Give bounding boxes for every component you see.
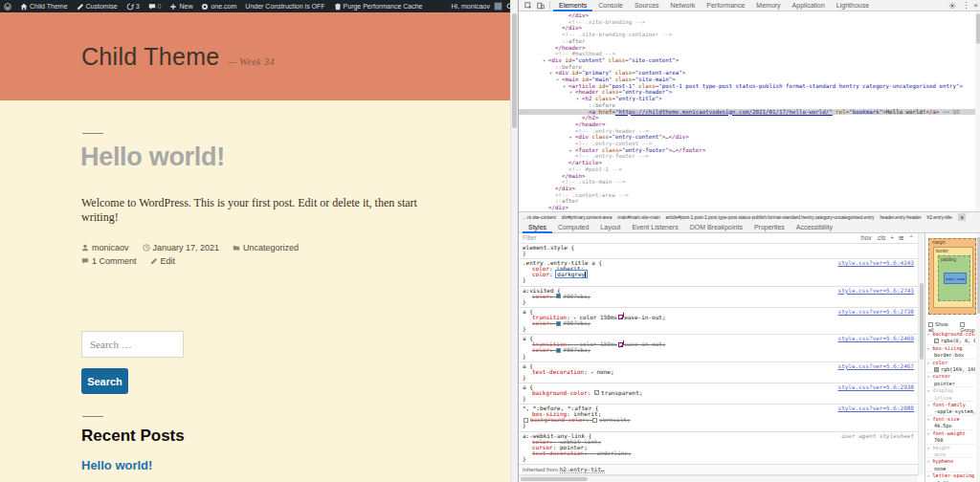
computed-property[interactable]: ▸ font-family-apple-system, Bli… [925,402,975,416]
styles-scrollbar-thumb[interactable] [920,283,924,360]
color-swatch[interactable] [556,294,561,298]
styles-tab-layout[interactable]: Layout [594,222,626,233]
dom-tree-line[interactable]: <!-- .entry-footer --> [519,153,975,160]
dom-tree-line[interactable]: ::before [519,102,975,109]
page-scrollbar[interactable] [510,0,518,482]
stylesheet-source-link[interactable]: style.css?ver=5.6:2938 [833,384,914,390]
admin-bar-item[interactable]: Customise [77,3,118,11]
styles-horizontal-scrollbar-thumb[interactable] [521,477,588,481]
styles-filter-control[interactable]: + [890,235,894,241]
dom-tree-line[interactable]: </main> [519,173,975,180]
styles-tab-dom-breakpoints[interactable]: DOM Breakpoints [684,222,748,233]
tab-performance[interactable]: Performance [701,0,750,11]
post-meta-item[interactable]: Edit [150,256,176,266]
styles-filter-input[interactable]: Filter [523,235,536,241]
dom-tree-line[interactable]: <!-- .entry-content --> [519,141,975,147]
post-title[interactable]: Hello world! [80,142,225,172]
styles-filter-control[interactable]: .cls [877,235,886,241]
breadcrumb-item[interactable]: …nt.site-content [523,214,556,220]
inspect-element-icon[interactable] [522,0,534,11]
dom-tree-line[interactable]: </div> [519,12,975,19]
dom-tree-line[interactable]: ▸<div class="entry-content">…</div> [519,134,975,141]
computed-property[interactable]: ▸ letter-spacing-0.99px [925,472,975,482]
stylesheet-source-link[interactable]: style.css?ver=5.6:4243 [833,260,914,266]
styles-scrollbar[interactable] [918,233,924,475]
stylesheet-source-link[interactable]: style.css?ver=5.6:2743 [833,288,914,294]
styles-tab-event-listeners[interactable]: Event Listeners [626,222,683,233]
stylesheet-source-link[interactable]: style.css?ver=5.6:2467 [833,363,914,369]
styles-tab-computed[interactable]: Computed [552,222,594,233]
tab-memory[interactable]: Memory [750,0,786,11]
dom-tree-line[interactable]: ▾<main id="main" class="site-main"> [519,77,975,83]
dom-tree-line[interactable]: <!-- .site-main --> [519,179,975,186]
css-selector[interactable]: element.style { [523,245,574,251]
checkbox-icon[interactable] [960,322,965,327]
computed-property[interactable]: ▸ colorrgb(169, 169, 16… [925,360,975,374]
color-swatch[interactable] [934,367,939,372]
close-icon[interactable]: × [973,1,978,10]
admin-greeting[interactable]: Hi, monicaov [452,3,490,10]
more-actions-icon[interactable]: ··· [520,109,526,116]
breadcrumb-item[interactable]: article#post-1.post-1.post.type-post.sta… [666,214,875,220]
avatar[interactable] [494,2,502,11]
dom-tree-line[interactable]: <!-- .site-branding-container --> [519,32,975,38]
dom-tree-line[interactable]: ▾<div id="content" class="site-content"> [519,57,975,64]
stylesheet-source-link[interactable]: user agent stylesheet [835,433,914,439]
gear-icon[interactable] [946,0,958,11]
device-toolbar-icon[interactable] [534,0,546,11]
admin-bar-item[interactable]: one.com [201,3,236,11]
computed-property[interactable]: ▸ hyphensnone [925,458,975,472]
dom-tree-line[interactable]: ▾<h2 class="entry-title"> [519,96,975,102]
elements-scrollbar[interactable] [975,11,980,211]
dom-tree-line[interactable]: <!-- .entry-header --> [519,128,975,135]
dom-tree-line[interactable]: </div> [519,25,975,32]
page-scrollbar-thumb[interactable] [512,13,517,128]
post-meta-item[interactable]: Uncategorized [233,243,299,252]
styles-filter-control[interactable]: :hov [859,235,871,241]
admin-bar-item[interactable]: 0 [148,3,162,11]
dom-tree-line[interactable]: </div> [519,186,975,192]
site-title[interactable]: Child Theme [81,43,220,71]
post-meta-item[interactable]: January 17, 2021 [143,243,220,252]
dom-tree-line[interactable]: </article> [519,160,975,166]
color-swatch[interactable] [934,339,939,343]
color-swatch[interactable] [556,321,561,326]
value-edit-box[interactable]: darkgrey [556,271,587,277]
admin-bar-item[interactable] [4,3,11,11]
dom-tree-line[interactable]: <!-- .site-branding --> [519,19,975,26]
elements-scrollbar-thumb[interactable] [976,13,980,44]
dom-tree-line[interactable]: ▸<footer class="entry-footer">…</footer> [519,147,975,154]
computed-property[interactable]: ▸ box-sizingborder-box [925,345,975,360]
color-swatch[interactable] [592,418,597,423]
tab-lighthouse[interactable]: Lighthouse [831,0,875,11]
admin-bar-item[interactable]: Under Construction is OFF [245,3,324,10]
breadcrumb-item[interactable]: header.entry-header [880,214,921,220]
dom-tree-line[interactable]: ::after [519,38,975,45]
breadcrumb-item[interactable]: h2.entry-title [927,214,952,220]
styles-filter-control[interactable]: ⌃ [909,235,914,241]
admin-bar-item[interactable]: New [169,3,192,11]
styles-tab-styles[interactable]: Styles [523,222,552,233]
tab-sources[interactable]: Sources [629,0,665,11]
box-model-padding[interactable]: padding auto × auto [938,255,970,301]
dom-tree-line[interactable]: ::before [519,64,975,71]
dom-tree-line[interactable]: ▾<div id="primary" class="content-area"> [519,70,975,77]
computed-property[interactable]: ▸ displayinline [925,387,975,402]
dom-tree-line[interactable]: <!-- #masthead --> [519,51,975,57]
breadcrumb-item[interactable]: div#primary.content-area [562,214,612,220]
checkbox-icon[interactable] [928,322,933,327]
styles-filter-control[interactable]: ⊞ [899,235,903,241]
tab-elements[interactable]: Elements [553,0,592,11]
dom-tree-line[interactable]: </header> [519,121,975,128]
tab-application[interactable]: Application [787,0,831,11]
post-meta-item[interactable]: 1 Comment [81,256,137,266]
color-swatch[interactable] [556,348,561,353]
search-input[interactable] [81,331,184,358]
dom-tree-line[interactable]: ▾<header class="entry-header"> [519,89,975,96]
admin-bar-item[interactable]: Child Theme [20,3,68,11]
easing-icon[interactable] [618,315,623,319]
computed-property[interactable]: ▸ heightauto [925,445,975,459]
color-swatch[interactable] [594,390,599,395]
breadcrumb-item[interactable]: main#main.site-main [617,214,659,220]
computed-property[interactable]: ▸ font-weight700 [925,430,975,445]
